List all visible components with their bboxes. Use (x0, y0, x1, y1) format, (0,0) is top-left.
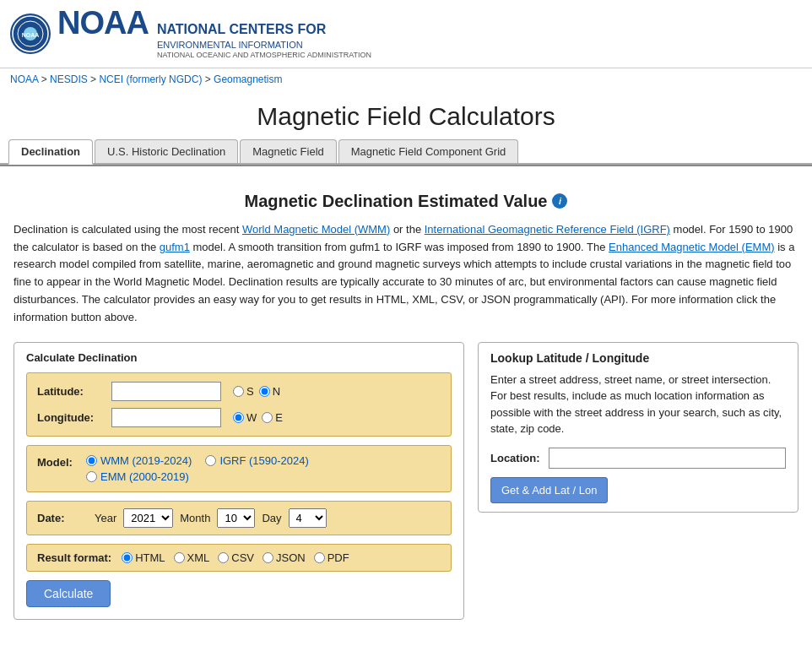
wmm-model-link[interactable]: WMM (2019-2024) (100, 454, 192, 467)
tab-us-historic[interactable]: U.S. Historic Declination (95, 139, 238, 163)
noaa-full-name: NATIONAL CENTERS FOR ENVIRONMENTAL INFOR… (157, 21, 371, 61)
noaa-emblem: NOAA (10, 14, 51, 54)
description-text: Declination is calculated using the most… (14, 221, 798, 327)
gufm1-link[interactable]: gufm1 (160, 241, 190, 253)
json-radio[interactable] (263, 552, 273, 563)
month-label: Month (180, 512, 210, 524)
html-radio-label[interactable]: HTML (122, 551, 165, 564)
location-row: Location: (490, 448, 786, 469)
location-input[interactable] (549, 448, 787, 469)
xml-radio[interactable] (174, 552, 185, 563)
wmm-radio-label[interactable]: WMM (2019-2024) (86, 454, 192, 467)
tab-magnetic-field[interactable]: Magnetic Field (240, 139, 337, 163)
html-radio[interactable] (122, 552, 133, 563)
n-radio[interactable] (259, 386, 270, 397)
model-row-1: WMM (2019-2024) IGRF (1590-2024) (86, 454, 309, 467)
igrf-radio[interactable] (205, 455, 216, 466)
s-radio[interactable] (233, 386, 244, 397)
lat-lon-section: Latitude: S N Longitude: W E (26, 372, 452, 437)
latitude-row: Latitude: S N (37, 382, 441, 401)
result-format-label: Result format: (37, 551, 111, 564)
e-radio-label[interactable]: E (262, 411, 283, 424)
date-row: Date: Year 2019 2020 2021 2022 2023 2024… (37, 508, 441, 528)
calc-column: Calculate Declination Latitude: S N Long… (14, 342, 464, 620)
date-section: Date: Year 2019 2020 2021 2022 2023 2024… (26, 501, 452, 535)
calc-declination-box: Calculate Declination Latitude: S N Long… (14, 342, 464, 620)
breadcrumb-ncei[interactable]: NCEI (formerly NGDC) (99, 73, 202, 85)
igrf-link[interactable]: International Geomagnetic Reference Fiel… (425, 223, 670, 236)
noaa-acronym: NOAA (57, 7, 149, 39)
month-select[interactable]: 1234 5678 9101112 (217, 508, 255, 528)
latitude-input[interactable] (111, 382, 221, 401)
csv-radio-label[interactable]: CSV (218, 551, 254, 564)
longitude-row: Longitude: W E (37, 408, 441, 427)
year-label: Year (95, 512, 116, 524)
calc-box-title: Calculate Declination (26, 351, 452, 364)
tab-declination[interactable]: Declination (8, 139, 93, 165)
main-columns: Calculate Declination Latitude: S N Long… (14, 342, 798, 620)
longitude-label: Longitude: (37, 411, 105, 424)
csv-radio[interactable] (218, 552, 229, 563)
svg-text:NOAA: NOAA (22, 32, 40, 38)
section-title: Magnetic Declination Estimated Value i (14, 192, 798, 211)
igrf-model-link[interactable]: IGRF (1590-2024) (219, 454, 309, 467)
get-lat-button[interactable]: Get & Add Lat / Lon (490, 477, 608, 503)
result-format-section: Result format: HTML XML CSV JSON PDF (26, 544, 452, 572)
header: NOAA NOAA NATIONAL CENTERS FOR ENVIRONME… (0, 0, 812, 68)
date-label: Date: (37, 512, 88, 524)
longitude-input[interactable] (111, 408, 221, 427)
breadcrumb: NOAA > NESDIS > NCEI (formerly NGDC) > G… (0, 68, 812, 90)
xml-radio-label[interactable]: XML (174, 551, 210, 564)
breadcrumb-noaa[interactable]: NOAA (10, 73, 38, 85)
w-radio[interactable] (233, 412, 244, 423)
result-row: Result format: HTML XML CSV JSON PDF (37, 551, 441, 564)
json-radio-label[interactable]: JSON (263, 551, 306, 564)
model-section: Model: WMM (2019-2024) IGRF (1590-2024) (26, 445, 452, 492)
page-title: Magnetic Field Calculators (0, 102, 812, 131)
info-icon[interactable]: i (552, 193, 567, 209)
content-area: Magnetic Declination Estimated Value i D… (0, 178, 812, 633)
wmm-link[interactable]: World Magnetic Model (WMM) (242, 223, 390, 236)
emm-radio-label[interactable]: EMM (2000-2019) (86, 470, 309, 483)
latitude-label: Latitude: (37, 385, 105, 398)
emm-model-link[interactable]: EMM (2000-2019) (100, 470, 189, 483)
year-select[interactable]: 2019 2020 2021 2022 2023 2024 (123, 508, 173, 528)
e-radio[interactable] (262, 412, 273, 423)
ns-radio-group: S N (233, 385, 280, 398)
tab-component-grid[interactable]: Magnetic Field Component Grid (338, 139, 519, 163)
s-radio-label[interactable]: S (233, 385, 254, 398)
location-label: Location: (490, 452, 540, 464)
pdf-radio[interactable] (314, 552, 325, 563)
model-label: Model: (37, 454, 79, 469)
igrf-radio-label[interactable]: IGRF (1590-2024) (205, 454, 309, 467)
result-options: HTML XML CSV JSON PDF (122, 551, 349, 564)
model-options-container: WMM (2019-2024) IGRF (1590-2024) (86, 454, 309, 483)
day-select[interactable]: 1234 5678 9101112 13141516 17181920 2122… (289, 508, 327, 528)
calculate-button[interactable]: Calculate (26, 580, 111, 607)
lookup-title: Lookup Latitude / Longitude (490, 351, 786, 365)
lookup-column: Lookup Latitude / Longitude Enter a stre… (478, 342, 798, 513)
lookup-description: Enter a street address, street name, or … (490, 372, 786, 437)
ew-radio-group: W E (233, 411, 283, 424)
model-row-2: EMM (2000-2019) (86, 470, 309, 483)
noaa-logo: NOAA NOAA NATIONAL CENTERS FOR ENVIRONME… (10, 7, 371, 61)
emm-radio[interactable] (86, 471, 97, 482)
day-label: Day (262, 512, 281, 524)
breadcrumb-nesdis[interactable]: NESDIS (50, 73, 88, 85)
n-radio-label[interactable]: N (259, 385, 280, 398)
wmm-radio[interactable] (86, 455, 97, 466)
model-inner: Model: WMM (2019-2024) IGRF (1590-2024) (37, 454, 441, 483)
w-radio-label[interactable]: W (233, 411, 257, 424)
pdf-radio-label[interactable]: PDF (314, 551, 349, 564)
emm-link[interactable]: Enhanced Magnetic Model (EMM) (609, 241, 775, 253)
tab-bar: Declination U.S. Historic Declination Ma… (0, 139, 812, 165)
page-title-area: Magnetic Field Calculators (0, 90, 812, 139)
breadcrumb-geomagnetism[interactable]: Geomagnetism (214, 73, 282, 85)
lookup-box: Lookup Latitude / Longitude Enter a stre… (478, 342, 798, 513)
